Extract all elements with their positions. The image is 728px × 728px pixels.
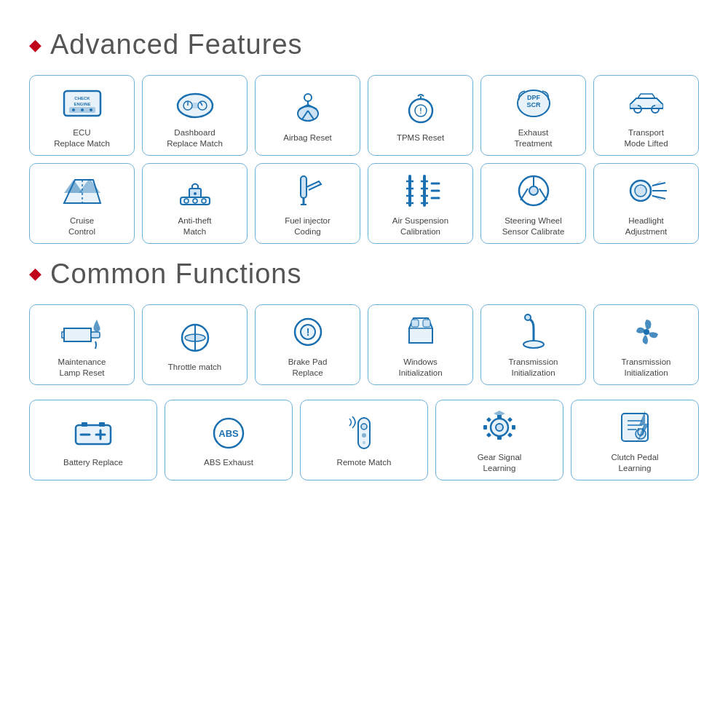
feature-transport[interactable]: TransportMode Lifted <box>593 75 699 156</box>
svg-text:!: ! <box>306 326 309 338</box>
svg-text:DPF: DPF <box>527 94 541 101</box>
feature-transmission2[interactable]: TransmissionInitialization <box>593 304 699 385</box>
transport-icon <box>621 83 672 123</box>
feature-abs[interactable]: ABS ABS Exhaust <box>165 400 293 480</box>
exhaust-icon: DPF SCR <box>508 83 559 123</box>
diamond-icon: ◆ <box>29 37 41 53</box>
feature-dashboard[interactable]: DashboardReplace Match <box>142 75 248 156</box>
transport-label: TransportMode Lifted <box>624 127 668 149</box>
ecu-label: ECUReplace Match <box>54 127 110 149</box>
svg-text:ENGINE: ENGINE <box>74 102 90 106</box>
fan-icon <box>621 312 672 352</box>
gear-signal-icon <box>474 408 525 448</box>
svg-point-6 <box>90 108 92 111</box>
common-functions-title: Common Functions <box>50 258 301 290</box>
svg-rect-94 <box>497 436 502 440</box>
cruise-label: CruiseControl <box>68 215 95 237</box>
transmission2-label: TransmissionInitialization <box>622 357 671 379</box>
advanced-features-grid: CHECK ENGINE ECUReplace Match DashboardR… <box>29 75 699 244</box>
svg-rect-95 <box>483 425 487 430</box>
clutch-icon <box>609 408 660 448</box>
feature-brakepad[interactable]: ! Brake PadReplace <box>255 304 360 385</box>
battery-icon <box>68 413 119 453</box>
abs-label: ABS Exhaust <box>204 457 253 468</box>
feature-exhaust[interactable]: DPF SCR ExhaustTreatment <box>480 75 586 156</box>
airsuspension-icon <box>395 171 446 211</box>
transmission1-label: TransmissionInitialization <box>509 357 558 379</box>
exhaust-label: ExhaustTreatment <box>515 127 553 149</box>
svg-rect-66 <box>91 332 100 338</box>
throttle-label: Throttle match <box>168 362 222 373</box>
windows-label: WindowsInitialization <box>398 357 442 379</box>
remote-label: Remote Match <box>337 457 392 468</box>
svg-point-33 <box>194 192 197 195</box>
feature-windows[interactable]: WindowsInitialization <box>368 304 473 385</box>
headlight-label: HeadlightAdjustment <box>625 215 668 237</box>
svg-rect-12 <box>192 103 198 108</box>
feature-gear[interactable]: Gear SignalLearning <box>435 400 563 480</box>
transmission1-icon <box>508 312 559 352</box>
svg-point-76 <box>523 341 544 348</box>
svg-line-58 <box>539 189 547 200</box>
svg-point-89 <box>362 433 366 438</box>
feature-tpms[interactable]: ! TPMS Reset <box>368 75 473 156</box>
feature-throttle[interactable]: Throttle match <box>142 304 248 385</box>
svg-rect-100 <box>507 417 513 422</box>
svg-text:ABS: ABS <box>218 428 239 439</box>
airbag-label: Airbag Reset <box>283 132 331 143</box>
tpms-icon: ! <box>395 88 446 128</box>
feature-fuel[interactable]: Fuel injectorCoding <box>255 163 360 244</box>
svg-line-57 <box>521 189 528 200</box>
svg-point-4 <box>72 108 75 111</box>
common-functions-grid-row1: MaintenanceLamp Reset Throttle match ! B… <box>29 304 699 385</box>
svg-point-88 <box>361 424 367 430</box>
svg-point-55 <box>529 186 538 195</box>
svg-text:!: ! <box>419 107 422 115</box>
battery-label: Battery Replace <box>63 457 123 468</box>
brakepad-icon: ! <box>282 312 333 352</box>
steering-label: Steering WheelSensor Calibrate <box>502 215 565 237</box>
feature-airbag[interactable]: Airbag Reset <box>255 75 360 156</box>
maintenance-label: MaintenanceLamp Reset <box>58 357 106 379</box>
svg-rect-75 <box>423 320 430 327</box>
svg-point-77 <box>525 314 531 320</box>
antitheft-icon <box>170 171 221 211</box>
feature-antitheft[interactable]: Anti-theftMatch <box>142 163 248 244</box>
svg-rect-81 <box>99 422 105 427</box>
svg-rect-80 <box>82 422 87 427</box>
svg-point-90 <box>363 441 365 444</box>
svg-rect-96 <box>512 425 515 430</box>
ecu-icon: CHECK ENGINE <box>57 83 108 123</box>
cruise-icon <box>57 171 108 211</box>
fuel-label: Fuel injectorCoding <box>285 215 331 237</box>
maintenance-icon <box>57 312 108 352</box>
feature-cruise[interactable]: CruiseControl <box>29 163 135 244</box>
svg-text:SCR: SCR <box>526 101 541 108</box>
svg-point-13 <box>304 94 312 101</box>
dashboard-icon <box>170 83 221 123</box>
svg-point-5 <box>81 108 84 111</box>
feature-headlight[interactable]: HeadlightAdjustment <box>593 163 699 244</box>
common-functions-header: ◆ Common Functions <box>29 258 699 290</box>
clutch-label: Clutch PedalLearning <box>611 452 658 474</box>
advanced-features-header: ◆ Advanced Features <box>29 29 699 60</box>
feature-remote[interactable]: Remote Match <box>300 400 428 480</box>
svg-text:CHECK: CHECK <box>74 96 90 100</box>
feature-transmission1[interactable]: TransmissionInitialization <box>480 304 586 385</box>
feature-ecu[interactable]: CHECK ENGINE ECUReplace Match <box>29 75 135 156</box>
svg-rect-99 <box>486 432 491 438</box>
headlight-icon <box>621 171 672 211</box>
feature-maintenance[interactable]: MaintenanceLamp Reset <box>29 304 135 385</box>
svg-point-92 <box>496 424 503 431</box>
brakepad-label: Brake PadReplace <box>288 357 328 379</box>
feature-clutch[interactable]: Clutch PedalLearning <box>571 400 699 480</box>
advanced-features-title: Advanced Features <box>50 29 303 60</box>
remote-icon <box>339 413 389 453</box>
abs-icon: ABS <box>203 413 254 453</box>
steering-icon <box>508 171 559 211</box>
feature-steering[interactable]: Steering WheelSensor Calibrate <box>480 163 586 244</box>
svg-rect-98 <box>507 432 513 438</box>
feature-airsuspension[interactable]: Air SuspensionCalibration <box>368 163 473 244</box>
svg-rect-97 <box>486 417 491 422</box>
feature-battery[interactable]: Battery Replace <box>29 400 157 480</box>
